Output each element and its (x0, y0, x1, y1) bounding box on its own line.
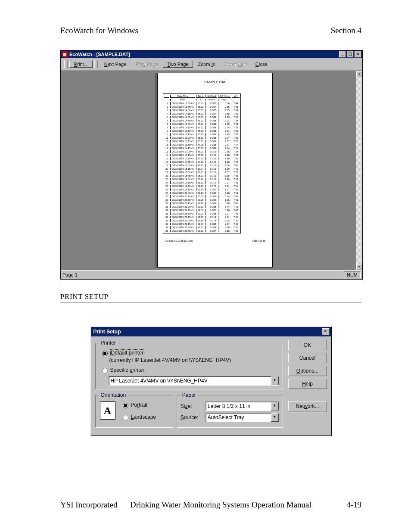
statusbar: Page 1 NUM (61, 270, 362, 279)
maximize-icon[interactable]: ▢ (347, 51, 354, 58)
specific-printer-label[interactable]: Specific printer: (110, 367, 146, 373)
paper-source-select[interactable]: AutoSelect Tray ▼ (206, 413, 279, 422)
zoom-in-button[interactable]: Zoom In (193, 61, 220, 68)
dialog-title: Print Setup (93, 329, 121, 335)
default-printer-radio[interactable] (102, 351, 108, 356)
footer-mid: Drinking Water Monitoring Systems Operat… (130, 500, 311, 510)
window-title: EcoWatch - [SAMPLE.DAT] (69, 52, 130, 57)
paper-size-value: Letter 8 1/2 x 11 in (208, 403, 250, 409)
paper-source-value: AutoSelect Tray (208, 414, 244, 420)
orientation-group-label: Orientation (99, 392, 128, 398)
footer-left: YSI Incorporated (60, 500, 117, 510)
printer-group-label: Printer (99, 340, 118, 346)
close-icon[interactable]: × (355, 51, 361, 58)
portrait-radio[interactable] (123, 403, 128, 408)
options-button[interactable]: Options... (288, 366, 327, 376)
preview-page: SAMPLE.DAT Date/TimeTempSpCondDO ConcpH … (157, 73, 273, 268)
default-printer-label[interactable]: Default printer (110, 349, 144, 356)
printer-select[interactable]: HP LaserJet 4V/4MV on \\YSI\ENG_HP4V ▼ (109, 376, 279, 386)
preview-table: Date/TimeTempSpCondDO ConcpH M/D/Y°CmS/c… (163, 93, 241, 233)
status-page: Page 1 (62, 272, 78, 277)
paper-group: Paper Size: Letter 8 1/2 x 11 in ▼ Sourc… (177, 392, 283, 428)
section-heading: PRINT SETUP (60, 292, 361, 302)
next-page-button[interactable]: Next Page (100, 61, 131, 68)
paper-size-label: Size: (181, 403, 202, 409)
printer-select-value: HP LaserJet 4V/4MV on \\YSI\ENG_HP4V (111, 378, 208, 384)
minimize-icon[interactable]: _ (339, 51, 346, 58)
status-num: NUM (344, 271, 361, 278)
header-right: Section 4 (331, 26, 361, 35)
scroll-up-icon[interactable]: ▴ (356, 71, 362, 77)
landscape-label[interactable]: Landscape (131, 414, 156, 420)
page-footer: YSI Incorporated Drinking Water Monitori… (60, 500, 361, 510)
preview-footer-left: Tue Sep 01 10:15:12 1998 (165, 240, 193, 242)
chevron-down-icon[interactable]: ▼ (271, 413, 279, 422)
app-icon: ▦ (62, 51, 68, 57)
network-button[interactable]: Network... (288, 401, 327, 411)
preview-workspace: SAMPLE.DAT Date/TimeTempSpCondDO ConcpH … (61, 71, 362, 270)
scrollbar[interactable]: ▴ ▾ (356, 71, 362, 270)
ecowatch-window: ▦ EcoWatch - [SAMPLE.DAT] _ ▢ × Print...… (60, 50, 363, 280)
preview-footer-right: Page 1 of 35 (252, 240, 265, 242)
scroll-down-icon[interactable]: ▾ (356, 264, 362, 270)
preview-file-title: SAMPLE.DAT (163, 80, 267, 84)
cancel-button[interactable]: Cancel (288, 353, 327, 363)
print-button[interactable]: Print... (69, 61, 93, 68)
orientation-group: Orientation A Portrait Landscape (95, 392, 173, 428)
chevron-down-icon[interactable]: ▼ (271, 376, 279, 385)
two-page-button[interactable]: Two Page (163, 61, 193, 68)
close-button[interactable]: Close (251, 61, 272, 68)
preview-toolbar: Print... Next Page Prev Page Two Page Zo… (61, 58, 362, 71)
default-printer-detail: (currently HP LaserJet 4V/4MV on \\YSI\E… (109, 357, 279, 363)
titlebar: ▦ EcoWatch - [SAMPLE.DAT] _ ▢ × (61, 50, 362, 58)
grip-icon (64, 60, 68, 68)
page-header: EcoWatch for Windows Section 4 (60, 26, 361, 35)
print-setup-dialog: Print Setup × Printer Default printer (c… (90, 327, 332, 436)
paper-size-select[interactable]: Letter 8 1/2 x 11 in ▼ (206, 401, 279, 411)
paper-group-label: Paper (181, 392, 198, 398)
paper-source-label: Source: (181, 414, 202, 420)
help-button[interactable]: Help (288, 379, 327, 389)
ok-button[interactable]: OK (288, 340, 327, 350)
specific-printer-radio[interactable] (102, 368, 108, 373)
landscape-radio[interactable] (123, 415, 128, 420)
zoom-out-button: Zoom Out (220, 61, 251, 68)
dialog-close-icon[interactable]: × (322, 328, 330, 335)
orientation-icon: A (100, 401, 115, 420)
header-left: EcoWatch for Windows (60, 26, 138, 35)
dialog-titlebar: Print Setup × (91, 327, 331, 336)
printer-group: Printer Default printer (currently HP La… (95, 340, 283, 389)
grip-icon (94, 60, 98, 68)
prev-page-button: Prev Page (131, 61, 162, 68)
chevron-down-icon[interactable]: ▼ (271, 402, 279, 411)
footer-right: 4-19 (346, 500, 361, 510)
portrait-label[interactable]: Portrait (131, 402, 148, 408)
